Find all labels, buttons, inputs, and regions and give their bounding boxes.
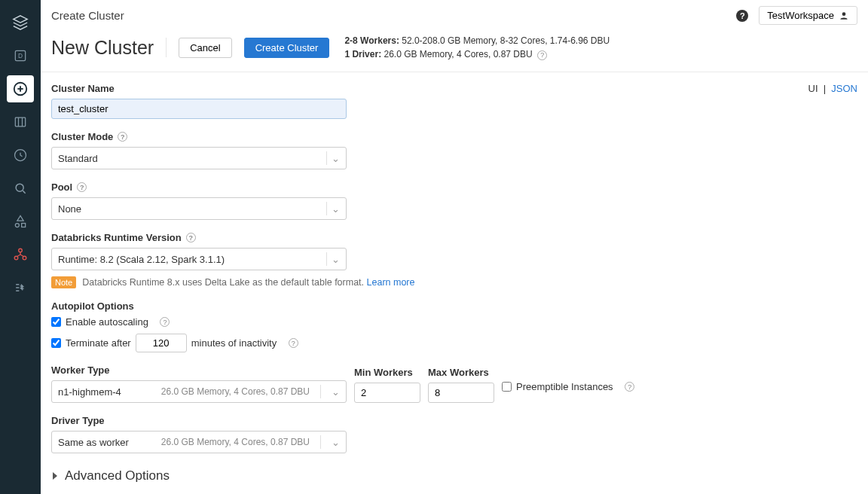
help-icon[interactable]: ? xyxy=(77,182,87,192)
svg-point-13 xyxy=(19,249,23,252)
logo-icon[interactable] xyxy=(7,9,34,36)
svg-text:D: D xyxy=(18,52,23,59)
svg-rect-12 xyxy=(22,224,26,227)
advanced-options-toggle[interactable]: Advanced Options xyxy=(51,468,857,483)
terminate-minutes-input[interactable] xyxy=(136,334,187,352)
help-icon[interactable]: ? xyxy=(625,382,634,392)
runtime-select[interactable]: Runtime: 8.2 (Scala 2.12, Spark 3.1.1) ⌄ xyxy=(51,248,347,270)
runtime-note: Note Databricks Runtime 8.x uses Delta L… xyxy=(51,276,857,288)
nav-models-icon[interactable] xyxy=(7,208,34,235)
svg-point-19 xyxy=(842,12,846,16)
nav-home-icon[interactable]: D xyxy=(7,42,34,69)
workspace-name: TestWorkspace xyxy=(767,10,834,21)
min-workers-input[interactable] xyxy=(354,383,420,403)
cluster-mode-select[interactable]: Standard ⌄ xyxy=(51,147,347,169)
autoscale-label: Enable autoscaling xyxy=(66,316,148,328)
help-icon[interactable]: ? xyxy=(537,50,547,60)
svg-rect-5 xyxy=(15,117,25,127)
cluster-mode-label: Cluster Mode ? xyxy=(51,131,857,142)
breadcrumb: Create Cluster xyxy=(51,9,124,22)
user-icon xyxy=(839,11,849,21)
worker-type-label: Worker Type xyxy=(51,364,347,376)
nav-jobs-icon[interactable] xyxy=(7,274,34,301)
help-icon[interactable]: ? xyxy=(118,132,127,142)
terminate-suffix: minutes of inactivity xyxy=(191,337,277,349)
driver-type-select[interactable]: Same as worker 26.0 GB Memory, 4 Cores, … xyxy=(51,431,347,453)
cluster-name-label: Cluster Name xyxy=(51,83,857,94)
workspace-selector[interactable]: TestWorkspace xyxy=(759,6,857,25)
help-icon[interactable]: ? xyxy=(736,10,748,22)
svg-point-11 xyxy=(15,224,19,227)
help-icon[interactable]: ? xyxy=(186,233,196,242)
cluster-name-input[interactable] xyxy=(51,99,347,119)
chevron-down-icon: ⌄ xyxy=(332,437,340,448)
svg-line-10 xyxy=(23,191,25,193)
nav-clusters-icon[interactable] xyxy=(7,241,34,268)
nav-recents-icon[interactable] xyxy=(7,142,34,169)
help-icon[interactable]: ? xyxy=(289,338,298,348)
create-cluster-button[interactable]: Create Cluster xyxy=(244,38,330,58)
page-title: New Cluster xyxy=(51,37,154,59)
learn-more-link[interactable]: Learn more xyxy=(367,277,415,288)
caret-right-icon xyxy=(51,472,59,480)
help-icon[interactable]: ? xyxy=(160,317,170,327)
view-json[interactable]: JSON xyxy=(831,83,857,94)
cluster-summary: 2-8 Workers: 52.0-208.0 GB Memory, 8-32 … xyxy=(344,34,610,61)
autoscale-checkbox[interactable] xyxy=(51,317,61,327)
svg-point-9 xyxy=(16,184,23,191)
cancel-button[interactable]: Cancel xyxy=(179,38,231,58)
preemptible-checkbox[interactable] xyxy=(502,382,512,392)
terminate-checkbox[interactable] xyxy=(51,338,61,348)
chevron-down-icon: ⌄ xyxy=(332,386,340,398)
driver-type-label: Driver Type xyxy=(51,415,857,426)
left-sidebar: D xyxy=(0,0,41,494)
terminate-prefix: Terminate after xyxy=(66,337,131,349)
min-workers-label: Min Workers xyxy=(354,367,420,378)
nav-create-icon[interactable] xyxy=(7,75,34,102)
preemptible-label: Preemptible Instances xyxy=(516,381,613,392)
note-badge: Note xyxy=(51,276,76,288)
view-toggle: UI | JSON xyxy=(808,83,858,94)
worker-type-select[interactable]: n1-highmem-4 26.0 GB Memory, 4 Cores, 0.… xyxy=(51,380,347,403)
runtime-label: Databricks Runtime Version ? xyxy=(51,232,857,243)
chevron-down-icon: ⌄ xyxy=(332,203,340,215)
pool-select[interactable]: None ⌄ xyxy=(51,197,347,220)
nav-search-icon[interactable] xyxy=(7,175,34,202)
chevron-down-icon: ⌄ xyxy=(332,153,340,164)
nav-data-icon[interactable] xyxy=(7,108,34,136)
divider xyxy=(166,38,167,57)
chevron-down-icon: ⌄ xyxy=(332,254,340,265)
view-ui[interactable]: UI xyxy=(808,83,818,94)
autopilot-label: Autopilot Options xyxy=(51,300,857,312)
max-workers-label: Max Workers xyxy=(428,367,494,378)
max-workers-input[interactable] xyxy=(428,383,494,403)
pool-label: Pool ? xyxy=(51,181,857,193)
main-content: Create Cluster ? TestWorkspace New Clust… xyxy=(41,0,868,494)
